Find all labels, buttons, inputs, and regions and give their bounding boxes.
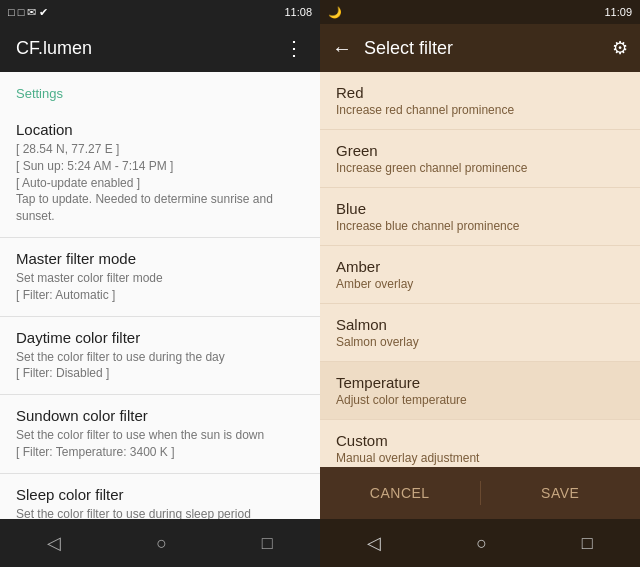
filter-item-salmon[interactable]: Salmon Salmon overlay [320, 304, 640, 362]
left-status-right-icons: 11:08 [284, 6, 312, 18]
settings-item-sundown-filter[interactable]: Sundown color filter Set the color filte… [0, 395, 320, 474]
save-button[interactable]: SAVE [481, 467, 641, 519]
settings-section-label: Settings [0, 72, 320, 109]
right-panel: 🌙 11:09 ← Select filter ⚙ Red Increase r… [320, 0, 640, 567]
cancel-button[interactable]: CANCEL [320, 467, 480, 519]
filter-temperature-desc: Adjust color temperature [336, 393, 624, 407]
filter-item-amber[interactable]: Amber Amber overlay [320, 246, 640, 304]
notification-icons: □ □ ✉ ✔ [8, 6, 48, 19]
gear-icon[interactable]: ⚙ [612, 37, 628, 59]
left-home-button[interactable]: ○ [156, 533, 167, 554]
settings-item-location-title: Location [16, 121, 304, 138]
menu-icon[interactable]: ⋮ [284, 36, 304, 60]
filter-salmon-name: Salmon [336, 316, 624, 333]
right-clock: 11:09 [604, 6, 632, 18]
settings-item-sundown-filter-desc: Set the color filter to use when the sun… [16, 427, 304, 461]
filter-item-blue[interactable]: Blue Increase blue channel prominence [320, 188, 640, 246]
left-clock: 11:08 [284, 6, 312, 18]
filter-temperature-name: Temperature [336, 374, 624, 391]
right-recent-button[interactable]: □ [582, 533, 593, 554]
left-recent-button[interactable]: □ [262, 533, 273, 554]
settings-item-sleep-filter-desc: Set the color filter to use during sleep… [16, 506, 304, 519]
app-title: CF.lumen [16, 38, 92, 59]
settings-item-daytime-filter[interactable]: Daytime color filter Set the color filte… [0, 317, 320, 396]
filter-custom-desc: Manual overlay adjustment [336, 451, 624, 465]
right-back-button[interactable]: ◁ [367, 532, 381, 554]
right-status-right-icons: 11:09 [604, 6, 632, 18]
filter-salmon-desc: Salmon overlay [336, 335, 624, 349]
back-button[interactable]: ← [332, 37, 352, 60]
settings-item-master-filter-desc: Set master color filter mode[ Filter: Au… [16, 270, 304, 304]
right-status-bar: 🌙 11:09 [320, 0, 640, 24]
settings-item-sleep-filter-title: Sleep color filter [16, 486, 304, 503]
filter-custom-name: Custom [336, 432, 624, 449]
left-nav-bar: ◁ ○ □ [0, 519, 320, 567]
filter-green-name: Green [336, 142, 624, 159]
filter-item-custom[interactable]: Custom Manual overlay adjustment [320, 420, 640, 467]
filter-blue-name: Blue [336, 200, 624, 217]
settings-item-sundown-filter-title: Sundown color filter [16, 407, 304, 424]
right-notification-icons: 🌙 [328, 6, 342, 19]
right-home-button[interactable]: ○ [476, 533, 487, 554]
settings-item-location[interactable]: Location [ 28.54 N, 77.27 E ][ Sun up: 5… [0, 109, 320, 238]
left-panel: □ □ ✉ ✔ 11:08 CF.lumen ⋮ Settings Locati… [0, 0, 320, 567]
left-content: Settings Location [ 28.54 N, 77.27 E ][ … [0, 72, 320, 519]
dialog-buttons: CANCEL SAVE [320, 467, 640, 519]
settings-item-location-desc: [ 28.54 N, 77.27 E ][ Sun up: 5:24 AM - … [16, 141, 304, 225]
right-status-left-icons: 🌙 [328, 6, 342, 19]
filter-green-desc: Increase green channel prominence [336, 161, 624, 175]
settings-item-sleep-filter[interactable]: Sleep color filter Set the color filter … [0, 474, 320, 519]
right-header: ← Select filter ⚙ [320, 24, 640, 72]
filter-red-desc: Increase red channel prominence [336, 103, 624, 117]
right-nav-bar: ◁ ○ □ [320, 519, 640, 567]
filter-item-red[interactable]: Red Increase red channel prominence [320, 72, 640, 130]
left-status-left-icons: □ □ ✉ ✔ [8, 6, 48, 19]
filter-amber-name: Amber [336, 258, 624, 275]
settings-item-daytime-filter-desc: Set the color filter to use during the d… [16, 349, 304, 383]
filter-list: Red Increase red channel prominence Gree… [320, 72, 640, 467]
settings-item-master-filter[interactable]: Master filter mode Set master color filt… [0, 238, 320, 317]
settings-item-master-filter-title: Master filter mode [16, 250, 304, 267]
filter-amber-desc: Amber overlay [336, 277, 624, 291]
filter-item-temperature[interactable]: Temperature Adjust color temperature [320, 362, 640, 420]
filter-red-name: Red [336, 84, 624, 101]
left-header: CF.lumen ⋮ [0, 24, 320, 72]
select-filter-title: Select filter [364, 38, 600, 59]
left-status-bar: □ □ ✉ ✔ 11:08 [0, 0, 320, 24]
filter-blue-desc: Increase blue channel prominence [336, 219, 624, 233]
filter-item-green[interactable]: Green Increase green channel prominence [320, 130, 640, 188]
left-back-button[interactable]: ◁ [47, 532, 61, 554]
settings-item-daytime-filter-title: Daytime color filter [16, 329, 304, 346]
